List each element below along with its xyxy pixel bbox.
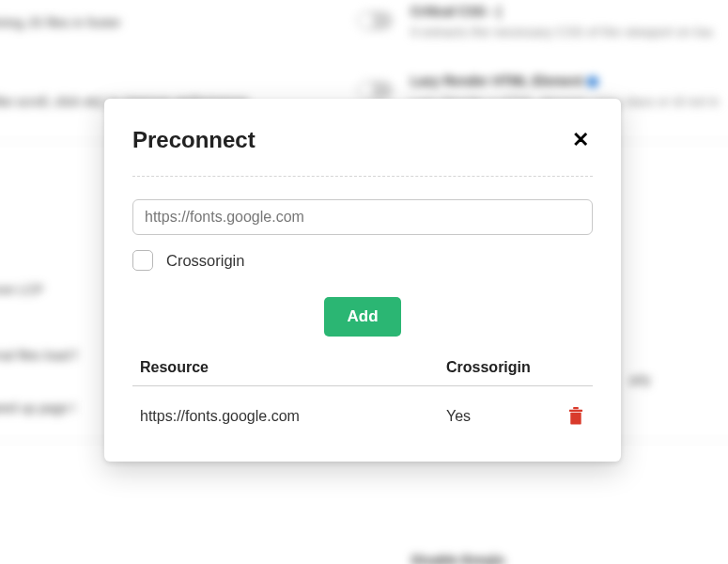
td-resource: https://fonts.google.com [132,408,446,425]
toggle-icon [357,81,393,100]
modal-header: Preconnect ✕ [132,127,593,177]
bg-text: arly [629,372,651,387]
toggle-icon [357,11,393,30]
bg-setting-title: Critical CSS - | [410,4,712,19]
bg-text: nbining JS files in footer [0,15,121,30]
bg-setting-desc: It extracts the necessary CSS of the vie… [410,24,712,39]
trash-icon[interactable] [567,407,584,426]
bg-text: prove LCP [0,282,43,297]
resource-url-input[interactable] [132,199,593,235]
crossorigin-checkbox[interactable] [132,250,153,271]
modal-body: Crossorigin Add Resource Crossorigin htt… [132,177,593,426]
bg-heading: Disable Emojis [411,553,505,564]
crossorigin-label: Crossorigin [166,252,244,270]
bg-text: speed up page l [0,400,75,415]
svg-rect-1 [569,410,582,412]
th-actions [559,359,593,376]
add-button[interactable]: Add [324,297,400,337]
bg-setting-title: Lazy Render HTML Element [410,73,728,88]
th-resource: Resource [132,359,446,376]
bg-text: ternal files load f [0,348,77,363]
preconnect-table: Resource Crossorigin https://fonts.googl… [132,359,593,426]
preconnect-modal: Preconnect ✕ Crossorigin Add Resource Cr… [104,99,621,462]
close-icon[interactable]: ✕ [568,128,593,152]
modal-title: Preconnect [132,127,256,153]
td-crossorigin: Yes [446,408,559,425]
table-header: Resource Crossorigin [132,359,593,386]
table-row: https://fonts.google.com Yes [132,386,593,426]
svg-rect-2 [573,407,579,409]
th-crossorigin: Crossorigin [446,359,559,376]
svg-rect-0 [570,413,581,425]
